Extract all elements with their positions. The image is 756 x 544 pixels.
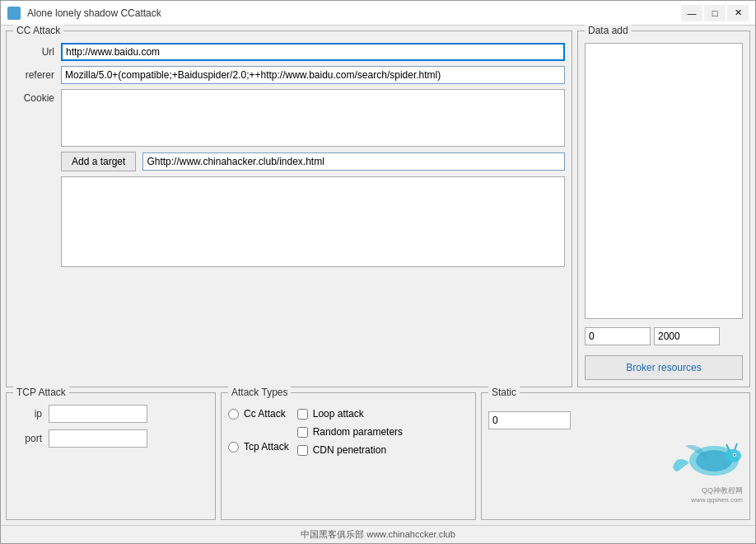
- cdn-penetration-row: CDN penetration: [297, 444, 403, 456]
- static-input[interactable]: [488, 411, 571, 429]
- loop-attack-label: Loop attack: [313, 408, 364, 420]
- cookie-textarea[interactable]: [61, 89, 565, 147]
- loop-attack-row: Loop attack: [297, 408, 403, 420]
- loop-attack-checkbox[interactable]: [297, 409, 308, 420]
- static-title: Static: [488, 387, 520, 398]
- minimize-button[interactable]: —: [681, 5, 702, 21]
- cc-attack-title: CC Attack: [13, 25, 63, 36]
- url-row: Url: [13, 43, 565, 61]
- cookie-area: Cookie: [13, 89, 565, 147]
- broker-resources-button[interactable]: Broker resources: [585, 355, 743, 380]
- random-params-checkbox[interactable]: [297, 427, 308, 438]
- title-bar: Alone lonely shadow CCattack — □ ✕: [1, 1, 755, 26]
- title-controls: — □ ✕: [681, 5, 749, 21]
- cookie-label: Cookie: [13, 89, 54, 147]
- main-content: CC Attack Url referer Cookie: [1, 26, 755, 525]
- data-num1-input[interactable]: [585, 327, 651, 345]
- ip-label: ip: [13, 408, 42, 420]
- target-row: Add a target: [13, 152, 565, 171]
- svg-point-6: [734, 454, 735, 456]
- attack-types-left: Cc Attack Tcp Attack: [228, 405, 289, 462]
- targets-wrapper: [13, 176, 565, 267]
- referer-input[interactable]: [61, 66, 565, 84]
- data-add-panel: Data add Broker resources: [577, 30, 750, 387]
- cc-radio-row: Cc Attack: [228, 408, 289, 420]
- svg-point-2: [725, 449, 741, 462]
- port-row: port: [13, 429, 208, 448]
- target-input[interactable]: [142, 152, 565, 171]
- data-add-title: Data add: [585, 25, 632, 36]
- footer-bar: 中国黑客俱乐部 www.chinahccker.club: [1, 525, 755, 543]
- cc-attack-panel: CC Attack Url referer Cookie: [6, 30, 572, 387]
- attack-types-inner: Cc Attack Tcp Attack Loop attack: [228, 405, 469, 462]
- footer-text: 中国黑客俱乐部 www.chinahccker.club: [301, 528, 455, 541]
- ip-input[interactable]: [49, 405, 147, 423]
- dragon-icon: [669, 438, 743, 483]
- watermark-url-text: www.qqshen.com: [488, 496, 743, 504]
- cc-attack-radio-label: Cc Attack: [244, 408, 286, 420]
- port-input[interactable]: [49, 429, 147, 448]
- tcp-radio-row: Tcp Attack: [228, 441, 289, 453]
- bottom-row: TCP Attack ip port Attack Types: [6, 392, 750, 520]
- static-panel: Static: [481, 392, 750, 520]
- dragon-watermark: QQ神教程网 www.qqshen.com: [488, 438, 743, 504]
- port-label: port: [13, 433, 42, 444]
- data-add-textarea[interactable]: [585, 43, 743, 319]
- url-input[interactable]: [61, 43, 565, 61]
- random-params-label: Random parameters: [313, 426, 403, 438]
- window-title: Alone lonely shadow CCattack: [27, 7, 161, 19]
- referer-label: referer: [13, 69, 54, 81]
- cdn-penetration-label: CDN penetration: [313, 444, 386, 456]
- data-num2-input[interactable]: [654, 327, 720, 345]
- maximize-button[interactable]: □: [704, 5, 726, 21]
- tcp-attack-radio[interactable]: [228, 442, 239, 453]
- main-window: Alone lonely shadow CCattack — □ ✕ CC At…: [0, 0, 756, 544]
- tcp-attack-panel: TCP Attack ip port: [6, 392, 216, 520]
- referer-row: referer: [13, 66, 565, 84]
- app-icon: [7, 7, 21, 20]
- watermark-site-text: QQ神教程网: [488, 485, 743, 496]
- random-params-row: Random parameters: [297, 426, 403, 438]
- top-row: CC Attack Url referer Cookie: [6, 30, 750, 387]
- svg-line-4: [735, 443, 737, 450]
- ip-row: ip: [13, 405, 208, 423]
- cc-attack-radio[interactable]: [228, 409, 239, 420]
- attack-types-right: Loop attack Random parameters CDN penetr…: [297, 405, 403, 462]
- add-target-button[interactable]: Add a target: [61, 152, 136, 171]
- attack-types-panel: Attack Types Cc Attack Tcp Attack: [221, 392, 476, 520]
- attack-types-title: Attack Types: [228, 387, 291, 398]
- tcp-attack-radio-label: Tcp Attack: [244, 441, 289, 453]
- tcp-attack-title: TCP Attack: [13, 387, 69, 398]
- url-label: Url: [13, 46, 54, 58]
- cdn-penetration-checkbox[interactable]: [297, 445, 308, 456]
- title-bar-left: Alone lonely shadow CCattack: [7, 7, 161, 20]
- targets-textarea[interactable]: [61, 176, 565, 267]
- close-button[interactable]: ✕: [727, 5, 749, 21]
